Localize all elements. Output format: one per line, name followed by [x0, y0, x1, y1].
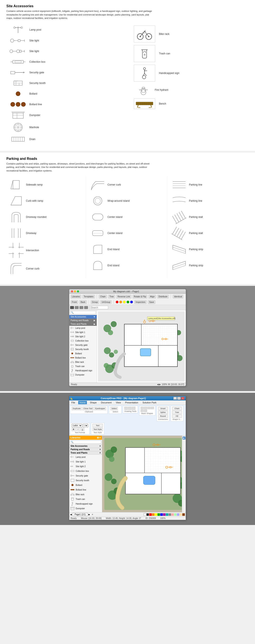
- ribbon-round-btn[interactable]: Round: [158, 414, 168, 418]
- palette-white[interactable]: [144, 513, 146, 516]
- mac-item-bollard[interactable]: Bollard: [69, 351, 97, 356]
- win-menu-shape[interactable]: Shape: [88, 401, 98, 404]
- mac-toolbar-tree[interactable]: Tree: [108, 295, 115, 298]
- color-green[interactable]: [126, 300, 130, 304]
- ribbon-italic-btn[interactable]: I: [76, 428, 80, 431]
- mac-item-dumpster[interactable]: Dumpster: [69, 372, 97, 377]
- win-menu-file[interactable]: File: [70, 401, 76, 404]
- mac-minimize-btn[interactable]: [74, 290, 76, 292]
- mac-toolbar-ungroup[interactable]: UnGroup: [100, 300, 112, 304]
- mac-tool-arrow[interactable]: [70, 306, 74, 309]
- mac-item-site-light-2[interactable]: Site light 2: [69, 334, 97, 338]
- palette-brown[interactable]: [182, 513, 185, 516]
- win-sidebar-site-acc[interactable]: Site Accessories ×: [69, 444, 102, 448]
- win-add-page-btn[interactable]: +: [92, 513, 93, 516]
- palette-cyan[interactable]: [166, 513, 168, 516]
- win-item-handicapped[interactable]: Handicapped sign: [69, 502, 102, 506]
- mac-item-security-booth[interactable]: Security booth: [69, 347, 97, 351]
- mac-item-handicapped-sign[interactable]: Handicapped sign: [69, 368, 97, 372]
- mac-toolbar-inspectors[interactable]: Inspectors: [134, 300, 146, 304]
- palette-yellow[interactable]: [155, 513, 157, 516]
- color-yellow[interactable]: [123, 300, 126, 304]
- win-menu-document[interactable]: Document: [100, 401, 113, 404]
- ribbon-select-btn[interactable]: Select: [110, 407, 118, 410]
- win-sidebar-parking-x[interactable]: ×: [100, 448, 101, 450]
- ribbon-size-select[interactable]: 9: [83, 424, 88, 427]
- mac-item-security-gate[interactable]: Security gate: [69, 343, 97, 347]
- ribbon-shape-6[interactable]: [144, 410, 147, 412]
- mac-tool-pencil[interactable]: [75, 306, 78, 309]
- ribbon-shape-4[interactable]: [151, 407, 154, 409]
- ribbon-draw-circle[interactable]: [132, 407, 135, 410]
- win-maximize-btn[interactable]: □: [177, 397, 180, 400]
- mac-toolbar-front[interactable]: Front: [70, 300, 78, 304]
- mac-close-btn[interactable]: [71, 290, 73, 292]
- win-item-collection-box[interactable]: Collection box: [69, 469, 102, 473]
- ribbon-draw-line[interactable]: [124, 407, 128, 410]
- mac-sidebar-search-input[interactable]: [70, 311, 96, 314]
- palette-orange[interactable]: [152, 513, 154, 516]
- palette-light-green[interactable]: [174, 513, 176, 516]
- ribbon-spline-btn[interactable]: Spline: [158, 411, 168, 414]
- mac-item-trash-can[interactable]: Trash can: [69, 364, 97, 368]
- mac-item-site-light-1[interactable]: Site light 1: [69, 330, 97, 334]
- win-next-page-btn[interactable]: ▶: [88, 513, 90, 516]
- palette-purple[interactable]: [163, 513, 166, 516]
- win-panel-btn1[interactable]: ▶: [182, 436, 186, 440]
- mac-sidebar-parking[interactable]: Parking and Roads ▶: [69, 318, 97, 322]
- win-sidebar-search-input[interactable]: [70, 440, 101, 444]
- win-item-bike-rack[interactable]: Bike rack: [69, 492, 102, 497]
- win-item-security-booth[interactable]: Security booth: [69, 478, 102, 483]
- palette-peach[interactable]: [180, 513, 182, 516]
- palette-light-blue[interactable]: [177, 513, 179, 516]
- win-menu-solution-park[interactable]: Solution Park: [141, 401, 158, 404]
- mac-toolbar-libraries[interactable]: Libraries: [70, 295, 81, 298]
- win-item-security-gate[interactable]: Security gate: [69, 473, 102, 478]
- ribbon-chain-btn[interactable]: Chain: [172, 407, 182, 410]
- mac-zoom-value[interactable]: 100%: [162, 383, 167, 386]
- win-item-dumpster[interactable]: Dumpster: [69, 506, 102, 511]
- win-item-bollard-line[interactable]: Bollard line: [69, 487, 102, 492]
- win-close-btn[interactable]: ×: [181, 397, 184, 400]
- ribbon-tree-btn[interactable]: Tree: [172, 411, 182, 414]
- win-sidebar-parking[interactable]: Parking and Roads ×: [69, 448, 102, 451]
- mac-toolbar-rotate[interactable]: Rotate & Flip: [132, 295, 148, 298]
- palette-black[interactable]: [146, 513, 149, 516]
- mac-toolbar-group[interactable]: Group: [91, 300, 99, 304]
- mac-toolbar-save[interactable]: Save: [148, 300, 155, 304]
- win-menu-home[interactable]: Home: [78, 401, 87, 404]
- mac-item-lamp-post[interactable]: Lamp post: [69, 326, 97, 330]
- win-item-trash-can[interactable]: Trash can: [69, 497, 102, 502]
- mac-item-collection-box[interactable]: Collection box: [69, 338, 97, 343]
- mac-sidebar-trees[interactable]: Trees and Plants ▶: [69, 322, 97, 326]
- ribbon-clone-btn[interactable]: Clone Tool: [82, 407, 94, 410]
- win-item-bollard[interactable]: Bollard: [69, 483, 102, 487]
- ribbon-smart-btn[interactable]: Smart: [158, 407, 168, 410]
- ribbon-eyedropper-btn[interactable]: Eyedropper: [94, 407, 106, 410]
- win-item-site-light-1[interactable]: Site light 1: [69, 459, 102, 464]
- palette-red[interactable]: [149, 513, 152, 516]
- mac-item-bike-rack[interactable]: Bike rack: [69, 360, 97, 364]
- color-red[interactable]: [116, 300, 118, 304]
- win-menu-view[interactable]: View: [114, 401, 122, 404]
- mac-toolbar-back[interactable]: Back: [79, 300, 86, 304]
- ribbon-duplicate-btn[interactable]: Duplicate: [72, 407, 82, 410]
- win-menu-presentation[interactable]: Presentation: [124, 401, 140, 404]
- ribbon-bold-btn[interactable]: B: [72, 428, 76, 431]
- ribbon-shape-2[interactable]: [144, 407, 147, 409]
- ribbon-draw-rect[interactable]: [128, 407, 132, 410]
- win-sidebar-trees-x[interactable]: ×: [100, 452, 101, 454]
- win-sidebar-trees[interactable]: Trees and Plants ×: [69, 451, 102, 455]
- palette-gray[interactable]: [168, 513, 171, 516]
- mac-toolbar-distribute[interactable]: Distribute: [157, 295, 169, 298]
- mac-item-bollard-line[interactable]: Bollard line: [69, 356, 97, 360]
- mac-toolbar-identical[interactable]: Identical: [173, 295, 183, 298]
- palette-pink[interactable]: [171, 513, 174, 516]
- mac-sidebar-site-acc[interactable]: Site Accessories ▼: [69, 315, 97, 318]
- win-page-tab[interactable]: Page1 (1/1): [73, 513, 88, 516]
- palette-green[interactable]: [158, 513, 160, 516]
- ribbon-shape-3[interactable]: [148, 407, 150, 409]
- ribbon-font-select[interactable]: Calibri: [72, 424, 82, 427]
- win-canvas[interactable]: ▶: [102, 436, 186, 512]
- palette-blue[interactable]: [160, 513, 163, 516]
